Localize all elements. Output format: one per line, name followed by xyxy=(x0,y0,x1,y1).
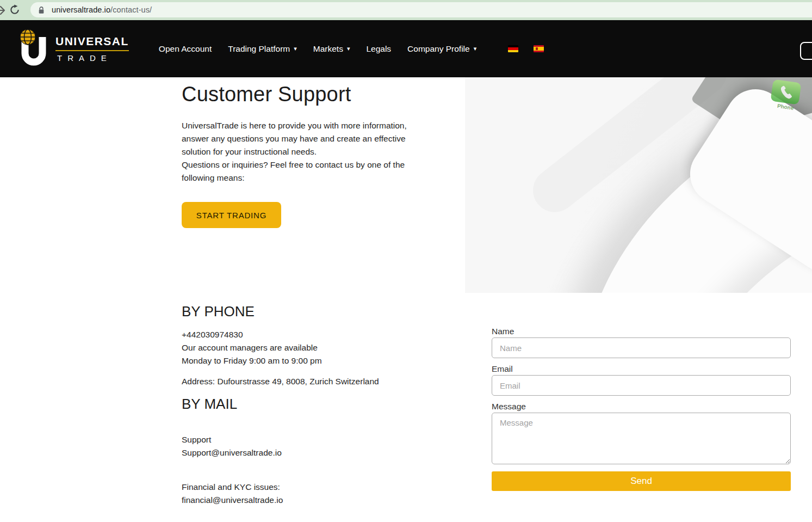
german-flag[interactable] xyxy=(508,45,518,52)
name-input[interactable] xyxy=(492,337,791,358)
start-trading-button[interactable]: START TRADING xyxy=(182,202,281,228)
logo-line1: UNIVERSAL xyxy=(55,35,129,51)
logo[interactable]: UNIVERSAL TRADE xyxy=(16,28,129,70)
send-button[interactable]: Send xyxy=(492,471,791,491)
main-navbar: UNIVERSAL TRADE Open Account Trading Pla… xyxy=(0,20,812,77)
logo-line2: TRADE xyxy=(55,53,129,63)
nav-item-label: Markets xyxy=(313,44,343,54)
chevron-down-icon: ▾ xyxy=(294,45,297,52)
reload-icon[interactable] xyxy=(9,4,20,15)
url-domain: universaltrade.io xyxy=(52,5,110,14)
message-label: Message xyxy=(492,402,791,413)
logo-text: UNIVERSAL TRADE xyxy=(55,35,129,63)
phone-handset-icon xyxy=(778,84,794,100)
url-text: universaltrade.io/contact-us/ xyxy=(52,5,152,14)
address-line: Address: Dufourstrasse 49, 8008, Zurich … xyxy=(182,375,379,388)
forward-icon[interactable] xyxy=(0,4,7,16)
lock-icon xyxy=(38,6,45,14)
nav-item-markets[interactable]: Markets ▾ xyxy=(313,44,350,54)
by-phone-heading: BY PHONE xyxy=(182,303,255,320)
email-input[interactable] xyxy=(492,375,791,396)
nav-item-label: Trading Platform xyxy=(228,44,290,54)
chevron-down-icon: ▾ xyxy=(474,45,477,52)
contact-form: Name Email Message Send xyxy=(492,327,791,491)
page-title: Customer Support xyxy=(182,83,351,106)
mail-group-support: Support Support@universaltrade.io xyxy=(182,433,346,459)
nav-menu: Open Account Trading Platform ▾ Markets … xyxy=(159,44,493,54)
email-label: Email xyxy=(492,364,791,375)
nav-item-label: Legals xyxy=(366,44,391,54)
phone-details: +442030974830 Our account managers are a… xyxy=(182,328,322,367)
by-mail-heading: BY MAIL xyxy=(182,396,237,413)
address-bar[interactable]: universaltrade.io/contact-us/ xyxy=(30,2,812,17)
nav-item-legals[interactable]: Legals xyxy=(366,44,391,54)
nav-item-trading-platform[interactable]: Trading Platform ▾ xyxy=(228,44,297,54)
nav-item-label: Open Account xyxy=(159,44,212,54)
mail-group-financial: Financial and KYC issues: financial@univ… xyxy=(182,481,346,507)
browser-chrome: universaltrade.io/contact-us/ xyxy=(0,0,812,20)
nav-item-label: Company Profile xyxy=(407,44,470,54)
mail-groups: Support Support@universaltrade.io Financ… xyxy=(182,420,346,522)
phone-app-icon xyxy=(770,79,801,105)
url-path: /contact-us/ xyxy=(110,5,152,14)
spanish-flag[interactable] xyxy=(534,45,544,52)
logo-mark-icon xyxy=(16,28,51,70)
chevron-down-icon: ▾ xyxy=(347,45,350,52)
hero-image: Phone xyxy=(465,77,812,293)
intro-text: UniversalTrade is here to provide you wi… xyxy=(182,119,407,185)
nav-edge-button[interactable] xyxy=(800,42,812,60)
message-textarea[interactable] xyxy=(492,413,791,464)
nav-item-open-account[interactable]: Open Account xyxy=(159,44,212,54)
nav-item-company-profile[interactable]: Company Profile ▾ xyxy=(407,44,476,54)
name-label: Name xyxy=(492,327,791,337)
